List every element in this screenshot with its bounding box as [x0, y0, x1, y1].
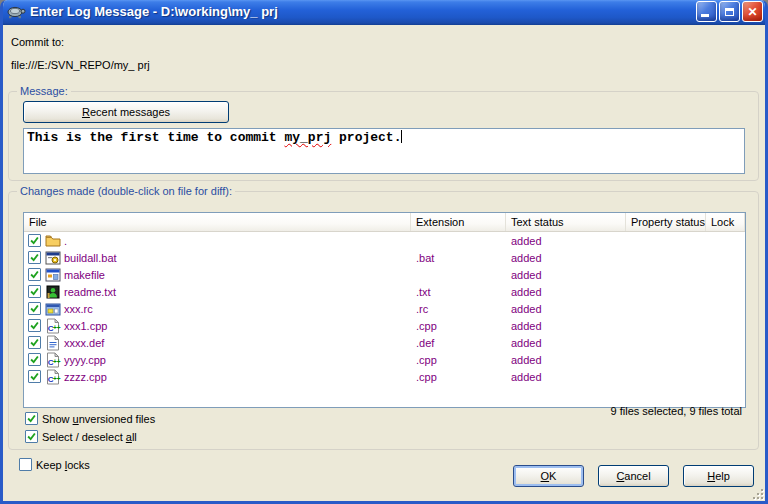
- column-header-property-status[interactable]: Property status: [626, 213, 706, 231]
- file-name: xxxx.def: [63, 337, 104, 349]
- resize-grip-icon[interactable]: [751, 487, 764, 500]
- commit-to-label: Commit to:: [11, 36, 64, 48]
- file-row[interactable]: C++zzzz.cpp.cppadded: [24, 368, 745, 385]
- row-checkbox[interactable]: [28, 251, 41, 264]
- titlebar[interactable]: Enter Log Message - D:\working\my_ prj ✕: [0, 0, 768, 25]
- readme-file-icon: [45, 284, 61, 300]
- file-name: .: [63, 235, 67, 247]
- checkbox-checked-icon: [25, 430, 38, 443]
- makefile-icon: [45, 267, 61, 283]
- maximize-icon: [725, 8, 734, 16]
- enter-log-message-dialog: Enter Log Message - D:\working\my_ prj ✕…: [0, 0, 768, 504]
- select-deselect-all-checkbox[interactable]: Select / deselect all: [25, 430, 137, 443]
- file-extension: .rc: [411, 303, 506, 315]
- text-status: added: [506, 235, 626, 247]
- column-header-file[interactable]: File: [24, 213, 411, 231]
- file-list-body: .addedbuildall.bat.bataddedmakefileadded…: [24, 232, 745, 385]
- resource-file-icon: [45, 301, 61, 317]
- checkbox-unchecked-icon: [19, 458, 32, 471]
- checkbox-checked-icon: [25, 412, 38, 425]
- file-name: makefile: [63, 269, 105, 281]
- file-name: yyyy.cpp: [63, 354, 106, 366]
- changed-files-list[interactable]: File Extension Text status Property stat…: [23, 212, 746, 408]
- file-row[interactable]: readme.txt.txtadded: [24, 283, 745, 300]
- column-header-lock[interactable]: Lock: [706, 213, 745, 231]
- dialog-body: Commit to: file:///E:/SVN_REPO/my_ prj M…: [3, 25, 765, 501]
- file-row[interactable]: .added: [24, 232, 745, 249]
- row-checkbox[interactable]: [28, 353, 41, 366]
- close-icon: ✕: [747, 6, 757, 18]
- svg-text:++: ++: [53, 375, 61, 382]
- message-groupbox: Message: Recent messages This is the fir…: [8, 91, 759, 181]
- maximize-button[interactable]: [719, 1, 740, 22]
- row-checkbox[interactable]: [28, 234, 41, 247]
- file-name: xxx1.cpp: [63, 320, 107, 332]
- column-header-text-status[interactable]: Text status: [506, 213, 626, 231]
- text-status: added: [506, 371, 626, 383]
- row-checkbox[interactable]: [28, 302, 41, 315]
- file-row[interactable]: xxx.rc.rcadded: [24, 300, 745, 317]
- file-name: buildall.bat: [63, 252, 117, 264]
- cpp-file-icon: C++: [45, 352, 61, 368]
- text-status: added: [506, 354, 626, 366]
- text-status: added: [506, 320, 626, 332]
- svg-text:++: ++: [53, 324, 61, 331]
- minimize-icon: [701, 14, 709, 17]
- row-checkbox[interactable]: [28, 285, 41, 298]
- file-name: xxx.rc: [63, 303, 93, 315]
- show-unversioned-checkbox[interactable]: Show unversioned files: [25, 412, 155, 425]
- svg-text:++: ++: [53, 358, 61, 365]
- file-extension: .cpp: [411, 354, 506, 366]
- file-name: zzzz.cpp: [63, 371, 107, 383]
- file-row[interactable]: makefileadded: [24, 266, 745, 283]
- folder-icon: [45, 233, 61, 249]
- help-button[interactable]: Help: [683, 465, 754, 487]
- files-summary: 9 files selected, 9 files total: [611, 405, 742, 417]
- file-extension: .bat: [411, 252, 506, 264]
- file-extension: .cpp: [411, 320, 506, 332]
- log-message-input[interactable]: This is the first time to commit my_prj …: [23, 128, 745, 174]
- row-checkbox[interactable]: [28, 268, 41, 281]
- file-row[interactable]: xxxx.def.defadded: [24, 334, 745, 351]
- row-checkbox[interactable]: [28, 370, 41, 383]
- cpp-file-icon: C++: [45, 369, 61, 385]
- file-list-header: File Extension Text status Property stat…: [24, 213, 745, 232]
- text-status: added: [506, 286, 626, 298]
- text-status: added: [506, 303, 626, 315]
- file-row[interactable]: C++yyyy.cpp.cppadded: [24, 351, 745, 368]
- def-file-icon: [45, 335, 61, 351]
- text-status: added: [506, 252, 626, 264]
- tortoisesvn-turtle-icon: [6, 3, 26, 20]
- message-group-label: Message:: [17, 85, 71, 97]
- repository-url: file:///E:/SVN_REPO/my_ prj: [11, 59, 150, 71]
- column-header-extension[interactable]: Extension: [411, 213, 506, 231]
- cancel-button[interactable]: Cancel: [598, 465, 669, 487]
- row-checkbox[interactable]: [28, 336, 41, 349]
- batch-file-icon: [45, 250, 61, 266]
- keep-locks-checkbox[interactable]: Keep locks: [19, 458, 90, 471]
- window-title: Enter Log Message - D:\working\my_ prj: [30, 4, 696, 19]
- changes-groupbox: Changes made (double-click on file for d…: [8, 191, 759, 450]
- file-row[interactable]: C++xxx1.cpp.cppadded: [24, 317, 745, 334]
- file-extension: .cpp: [411, 371, 506, 383]
- misspelled-word: my_prj: [284, 130, 331, 145]
- changes-group-label: Changes made (double-click on file for d…: [17, 185, 235, 197]
- text-status: added: [506, 337, 626, 349]
- row-checkbox[interactable]: [28, 319, 41, 332]
- recent-messages-button[interactable]: Recent messages: [23, 101, 229, 123]
- ok-button[interactable]: OK: [513, 465, 584, 487]
- minimize-button[interactable]: [696, 1, 717, 22]
- text-status: added: [506, 269, 626, 281]
- file-name: readme.txt: [63, 286, 116, 298]
- file-row[interactable]: buildall.bat.batadded: [24, 249, 745, 266]
- text-caret: [401, 130, 402, 143]
- cpp-file-icon: C++: [45, 318, 61, 334]
- file-extension: .txt: [411, 286, 506, 298]
- file-extension: .def: [411, 337, 506, 349]
- close-button[interactable]: ✕: [742, 1, 763, 22]
